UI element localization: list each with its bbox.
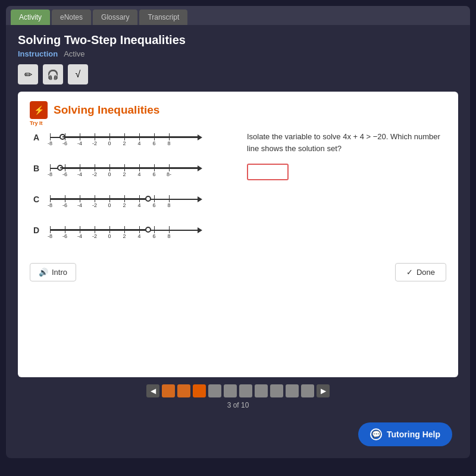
number-lines-section: A -8 -6 -4 -2 xyxy=(30,129,229,252)
subtitle-row: Instruction Active xyxy=(18,49,458,58)
prog-dot-4[interactable] xyxy=(208,384,221,397)
progress-label: 3 of 10 xyxy=(227,401,249,409)
nl-label-d: D xyxy=(30,226,39,235)
sqrt-icon: √ xyxy=(76,69,81,80)
prog-dot-6[interactable] xyxy=(239,384,252,397)
prog-dot-1[interactable] xyxy=(162,384,175,397)
nl-container-b: -8 -6 -4 -2 0 2 4 6 8- xyxy=(44,159,199,177)
tab-bar: Activity eNotes Glossary Transcript xyxy=(6,6,470,25)
nl-row-a: A -8 -6 -4 -2 xyxy=(30,129,229,146)
headphone-icon: 🎧 xyxy=(47,69,59,80)
tab-glossary[interactable]: Glossary xyxy=(93,10,137,25)
tutoring-help-button[interactable]: 💬 Tutoring Help xyxy=(358,422,452,446)
prog-dot-8[interactable] xyxy=(270,384,283,397)
nl-row-d: D -8 -6 -4 -2 0 2 xyxy=(30,221,229,239)
subtitle-label: Instruction xyxy=(18,49,58,58)
nl-ticks-b: -8 -6 -4 -2 0 2 4 6 8- xyxy=(50,159,199,177)
tab-enotes[interactable]: eNotes xyxy=(52,10,91,25)
card-title: Solving Inequalities xyxy=(54,104,159,117)
nl-label-b: B xyxy=(30,164,39,173)
card-icon: ⚡ xyxy=(30,101,48,119)
sqrt-button[interactable]: √ xyxy=(68,64,88,84)
prev-arrow[interactable]: ◀ xyxy=(146,384,159,397)
progress-dots: ◀ ▶ xyxy=(146,384,330,397)
page-title: Solving Two-Step Inequalities xyxy=(18,33,458,47)
prog-dot-3[interactable] xyxy=(193,384,206,397)
nl-container-c: -8 -6 -4 -2 0 2 4 6 8 xyxy=(44,190,199,208)
prog-dot-2[interactable] xyxy=(177,384,190,397)
main-content: Solving Two-Step Inequalities Instructio… xyxy=(6,25,470,415)
question-text: Isolate the variable to solve 4x + 4 > −… xyxy=(247,131,446,154)
nl-container-a: -8 -6 -4 -2 0 2 4 6 8 xyxy=(44,129,199,146)
nl-label-a: A xyxy=(30,133,39,142)
nl-label-c: C xyxy=(30,195,39,204)
pencil-icon: ✏ xyxy=(24,69,32,80)
intro-label: Intro xyxy=(52,268,67,277)
tab-transcript[interactable]: Transcript xyxy=(139,10,187,25)
prog-dot-7[interactable] xyxy=(255,384,268,397)
headphone-button[interactable]: 🎧 xyxy=(43,64,63,84)
intro-button[interactable]: 🔊 Intro xyxy=(30,263,76,281)
toolbar: ✏ 🎧 √ xyxy=(18,64,458,84)
next-arrow[interactable]: ▶ xyxy=(317,384,330,397)
nl-row-b: B -8 -6 -4 -2 0 2 xyxy=(30,159,229,177)
nl-ticks-d: -8 -6 -4 -2 0 2 4 6 8 xyxy=(50,221,199,239)
tab-activity[interactable]: Activity xyxy=(11,10,50,25)
card-body: A -8 -6 -4 -2 xyxy=(30,129,446,252)
answer-input[interactable] xyxy=(247,164,289,180)
progress-section: ◀ ▶ 3 of 10 xyxy=(18,384,458,409)
pencil-button[interactable]: ✏ xyxy=(18,64,38,84)
try-it-badge: Try It xyxy=(30,120,43,126)
nl-ticks-a: -8 -6 -4 -2 0 2 4 6 8 xyxy=(50,129,199,146)
subtitle-status: Active xyxy=(64,49,84,58)
prog-dot-9[interactable] xyxy=(286,384,299,397)
nl-ticks-c: -8 -6 -4 -2 0 2 4 6 8 xyxy=(50,190,199,208)
nl-container-d: -8 -6 -4 -2 0 2 4 6 8 xyxy=(44,221,199,239)
card-footer: 🔊 Intro ✓ Done xyxy=(30,263,446,281)
card-header: ⚡ Solving Inequalities xyxy=(30,101,446,119)
prog-dot-5[interactable] xyxy=(224,384,237,397)
question-area: Isolate the variable to solve 4x + 4 > −… xyxy=(247,129,446,252)
lightning-icon: ⚡ xyxy=(34,105,44,115)
activity-card: ⚡ Solving Inequalities Try It A xyxy=(18,92,458,377)
done-button[interactable]: ✓ Done xyxy=(395,263,446,281)
prog-dot-10[interactable] xyxy=(301,384,314,397)
tutoring-icon: 💬 xyxy=(370,428,382,440)
tutoring-help-label: Tutoring Help xyxy=(387,430,440,439)
speaker-icon: 🔊 xyxy=(39,268,48,277)
checkmark-icon: ✓ xyxy=(406,268,413,277)
nl-row-c: C -8 -6 -4 -2 0 2 xyxy=(30,190,229,208)
done-label: Done xyxy=(416,268,435,277)
